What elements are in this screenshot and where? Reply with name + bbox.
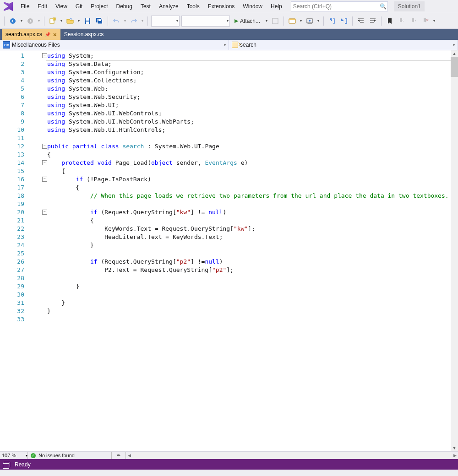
- attach-dropdown[interactable]: ▾: [265, 16, 268, 26]
- quick-search-input[interactable]: [291, 3, 379, 10]
- undo-dropdown[interactable]: ▾: [123, 16, 127, 26]
- code-line[interactable]: {: [47, 151, 449, 159]
- menu-tools[interactable]: Tools: [183, 0, 204, 13]
- code-line[interactable]: using System;: [47, 52, 449, 60]
- menu-file[interactable]: File: [16, 0, 33, 13]
- menu-git[interactable]: Git: [71, 0, 87, 13]
- menu-project[interactable]: Project: [87, 0, 112, 13]
- code-line[interactable]: [47, 134, 449, 142]
- new-project-dropdown[interactable]: ▾: [60, 16, 63, 26]
- code-line[interactable]: [47, 274, 449, 282]
- redo-dropdown[interactable]: ▾: [141, 16, 144, 26]
- code-line[interactable]: protected void Page_Load(object sender, …: [47, 159, 449, 167]
- attach-button[interactable]: ▶Attach...: [232, 16, 263, 26]
- code-line[interactable]: if (Request.QueryString["kw"] != null): [47, 208, 449, 216]
- browser-link-button[interactable]: [287, 16, 297, 26]
- code-line[interactable]: using System.Web.UI.WebControls.WebParts…: [47, 118, 449, 126]
- code-line[interactable]: using System.Web.Security;: [47, 93, 449, 101]
- member-dropdown[interactable]: search ▾: [229, 40, 458, 50]
- code-line[interactable]: {: [47, 167, 449, 175]
- menu-edit[interactable]: Edit: [33, 0, 51, 13]
- code-line[interactable]: // When this page loads we retrieve two …: [47, 192, 449, 200]
- menu-help[interactable]: Help: [267, 0, 286, 13]
- clear-bookmarks-button[interactable]: [420, 16, 431, 26]
- code-line[interactable]: P2.Text = Request.QueryString["p2"];: [47, 266, 449, 274]
- code-line[interactable]: HeadLiteral.Text = KeyWords.Text;: [47, 233, 449, 241]
- toolbar-overflow[interactable]: ▾: [432, 16, 436, 26]
- menu-analyze[interactable]: Analyze: [155, 0, 183, 13]
- save-all-button[interactable]: [94, 16, 104, 26]
- new-project-button[interactable]: [48, 16, 58, 26]
- step-over-button[interactable]: [339, 16, 349, 26]
- platform-combo[interactable]: ▾: [181, 16, 230, 27]
- code-line[interactable]: using System.Configuration;: [47, 68, 449, 76]
- menu-debug[interactable]: Debug: [112, 0, 136, 13]
- issues-indicator[interactable]: ✓ No issues found: [28, 452, 112, 459]
- code-line[interactable]: using System.Web;: [47, 85, 449, 93]
- code-line[interactable]: }: [47, 241, 449, 249]
- indent-less-button[interactable]: [356, 16, 366, 26]
- nav-back-button[interactable]: [8, 16, 18, 26]
- prev-bookmark-button[interactable]: [397, 16, 407, 26]
- pin-icon[interactable]: 📌: [45, 32, 50, 37]
- scroll-up-icon[interactable]: ▲: [451, 50, 458, 57]
- config-combo[interactable]: ▾: [151, 16, 180, 27]
- horizontal-scrollbar[interactable]: [132, 452, 452, 459]
- vertical-scrollbar[interactable]: ▲ ▼: [451, 50, 458, 451]
- menu-test[interactable]: Test: [136, 0, 155, 13]
- code-line[interactable]: using System.Web.UI.HtmlControls;: [47, 126, 449, 134]
- step-into-button[interactable]: [327, 16, 337, 26]
- code-line[interactable]: }: [47, 282, 449, 291]
- code-line[interactable]: [47, 249, 449, 258]
- browser-link-dropdown[interactable]: ▾: [299, 16, 303, 26]
- tab-search-aspx-cs[interactable]: search.aspx.cs 📌 ×: [2, 29, 60, 40]
- scroll-thumb[interactable]: [451, 57, 458, 77]
- code-line[interactable]: using System.Web.UI;: [47, 101, 449, 109]
- code-line[interactable]: {: [47, 216, 449, 225]
- indent-more-button[interactable]: [368, 16, 378, 26]
- project-dropdown[interactable]: C# Miscellaneous Files ▾: [0, 40, 229, 50]
- code-line[interactable]: KeyWords.Text = Request.QueryString["kw"…: [47, 225, 449, 233]
- scroll-down-icon[interactable]: ▼: [451, 445, 458, 451]
- code-area[interactable]: using System;using System.Data;using Sys…: [34, 50, 449, 451]
- code-line[interactable]: if (!Page.IsPostBack): [47, 175, 449, 184]
- code-line[interactable]: [47, 200, 449, 208]
- save-button[interactable]: [82, 16, 93, 26]
- code-line[interactable]: [47, 315, 449, 324]
- code-line[interactable]: }: [47, 299, 449, 307]
- fold-toggle[interactable]: −: [42, 160, 47, 165]
- close-icon[interactable]: ×: [53, 31, 57, 38]
- tab-session-aspx-cs[interactable]: Session.aspx.cs: [60, 29, 108, 40]
- code-line[interactable]: {: [47, 184, 449, 192]
- debug-target-button[interactable]: [270, 16, 280, 26]
- open-file-button[interactable]: [65, 16, 75, 26]
- code-line[interactable]: [47, 291, 449, 299]
- nav-fwd-dropdown[interactable]: ▾: [37, 16, 41, 26]
- window-restore-icon[interactable]: [4, 462, 10, 467]
- scroll-left-icon[interactable]: ◀: [126, 453, 132, 458]
- open-file-dropdown[interactable]: ▾: [77, 16, 81, 26]
- live-share-button[interactable]: [305, 16, 315, 26]
- code-editor[interactable]: 1234567891011121314151617181920212223242…: [0, 50, 458, 451]
- fold-toggle[interactable]: −: [42, 144, 47, 149]
- code-line[interactable]: using System.Collections;: [47, 76, 449, 85]
- menu-window[interactable]: Window: [239, 0, 267, 13]
- nav-fwd-button[interactable]: [25, 16, 35, 26]
- nav-back-dropdown[interactable]: ▾: [20, 16, 23, 26]
- menu-extensions[interactable]: Extensions: [204, 0, 239, 13]
- fold-toggle[interactable]: −: [42, 53, 47, 58]
- menu-view[interactable]: View: [51, 0, 71, 13]
- code-line[interactable]: using System.Data;: [47, 60, 449, 68]
- code-line[interactable]: public partial class search : System.Web…: [47, 142, 449, 151]
- quick-search[interactable]: 🔍: [291, 1, 388, 11]
- next-bookmark-button[interactable]: [409, 16, 419, 26]
- zoom-combo[interactable]: 107 %▾: [0, 452, 28, 459]
- code-line[interactable]: using System.Web.UI.WebControls;: [47, 109, 449, 118]
- live-share-dropdown[interactable]: ▾: [316, 16, 320, 26]
- fold-toggle[interactable]: −: [42, 177, 47, 182]
- solution-label[interactable]: Solution1: [394, 1, 425, 11]
- scroll-right-icon[interactable]: ▶: [452, 453, 458, 458]
- code-line[interactable]: if (Request.QueryString["p2"] !=null): [47, 258, 449, 266]
- redo-button[interactable]: [129, 16, 139, 26]
- fold-toggle[interactable]: −: [42, 210, 47, 215]
